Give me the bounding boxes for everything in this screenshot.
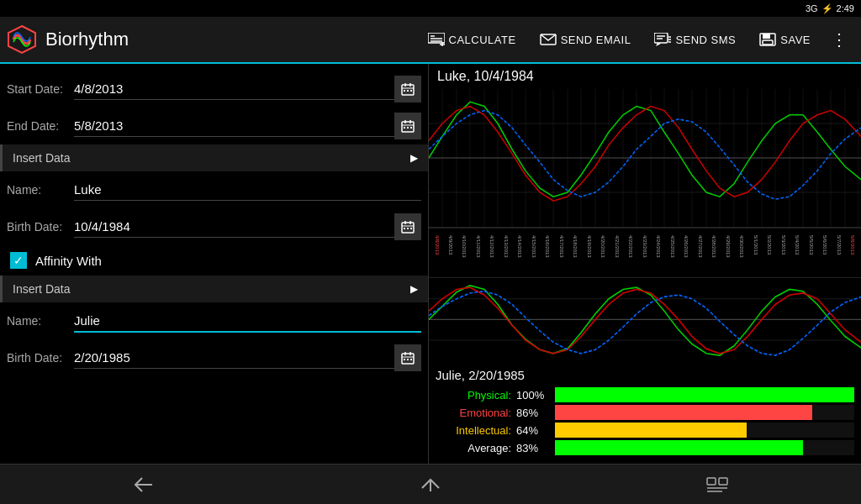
- chart-title-luke: Luke, 10/4/1984: [429, 64, 861, 89]
- start-date-input-container: [74, 78, 421, 100]
- calendar-icon-4: [401, 351, 415, 365]
- start-date-row: Start Date:: [0, 71, 428, 108]
- intellectual-label: Intellectual:: [436, 424, 511, 437]
- person2-name-input[interactable]: [74, 310, 421, 333]
- stats-title: Julie, 2/20/1985: [436, 368, 854, 382]
- svg-text:4/16/2013: 4/16/2013: [545, 235, 550, 258]
- clock: 2:49: [837, 3, 854, 13]
- sms-icon: [654, 33, 671, 46]
- person1-name-label: Name:: [7, 183, 74, 197]
- svg-rect-43: [410, 359, 412, 360]
- back-button[interactable]: [115, 470, 172, 500]
- toolbar-actions: CALCULATE SEND EMAIL SEND SMS: [418, 23, 855, 56]
- calculate-label: CALCULATE: [449, 34, 516, 46]
- end-date-input[interactable]: [74, 115, 421, 137]
- recent-button[interactable]: [689, 470, 746, 500]
- svg-text:4/11/2013: 4/11/2013: [476, 235, 481, 258]
- svg-text:4/25/2013: 4/25/2013: [670, 235, 675, 258]
- svg-text:4/23/2013: 4/23/2013: [642, 235, 647, 258]
- insert-data-section-2[interactable]: Insert Data ▶: [0, 276, 428, 302]
- svg-text:4/18/2013: 4/18/2013: [573, 235, 578, 258]
- svg-text:4/17/2013: 4/17/2013: [559, 235, 564, 258]
- date-axis: 4/8/2013 4/9/2013 4/10/2013 4/11/2013 4/…: [429, 228, 861, 278]
- calculate-button[interactable]: CALCULATE: [418, 26, 526, 53]
- end-date-label: End Date:: [7, 119, 74, 133]
- right-panel: Luke, 10/4/1984: [429, 64, 861, 464]
- intellectual-value: 64%: [516, 424, 550, 437]
- status-bar: 3G ⚡ 2:49: [806, 0, 861, 17]
- average-value: 83%: [516, 442, 550, 454]
- svg-text:5/8/2013: 5/8/2013: [850, 235, 855, 255]
- end-date-input-container: [74, 115, 421, 137]
- chart-area-luke: [429, 89, 861, 227]
- svg-text:5/5/2013: 5/5/2013: [809, 235, 814, 255]
- chart-section-julie-chart: [429, 278, 861, 363]
- save-button[interactable]: SAVE: [749, 26, 821, 53]
- calculate-icon: [428, 33, 445, 46]
- stats-section: Julie, 2/20/1985 Physical: 100% Emotiona…: [429, 363, 861, 464]
- recent-icon: [705, 476, 729, 493]
- person1-name-input[interactable]: [74, 179, 421, 201]
- person2-birthdate-calendar-button[interactable]: [394, 344, 421, 371]
- svg-rect-29: [410, 127, 412, 129]
- svg-rect-27: [404, 127, 405, 129]
- save-icon: [759, 33, 776, 46]
- emotional-bar-container: [555, 405, 854, 420]
- home-up-button[interactable]: [402, 470, 459, 500]
- svg-text:5/4/2013: 5/4/2013: [795, 235, 800, 255]
- svg-rect-36: [410, 228, 412, 229]
- person1-birthdate-input[interactable]: [74, 216, 421, 238]
- chart-section-luke: Luke, 10/4/1984: [429, 64, 861, 228]
- insert-data-section-1[interactable]: Insert Data ▶: [0, 144, 428, 171]
- svg-text:4/8/2013: 4/8/2013: [435, 235, 440, 255]
- affinity-checkbox[interactable]: ✓: [10, 252, 27, 269]
- calendar-icon-2: [401, 119, 415, 133]
- svg-rect-21: [407, 90, 409, 92]
- emotional-value: 86%: [516, 407, 550, 419]
- person2-birthdate-container: [74, 347, 421, 369]
- intellectual-bar-container: [555, 423, 854, 438]
- start-date-input[interactable]: [74, 78, 421, 100]
- person1-birthdate-calendar-button[interactable]: [394, 213, 421, 240]
- person2-name-container: [74, 310, 421, 333]
- average-label: Average:: [436, 442, 511, 454]
- physical-bar: [555, 387, 854, 402]
- emotional-bar: [555, 405, 812, 420]
- save-label: SAVE: [780, 34, 811, 46]
- back-icon: [132, 476, 156, 493]
- app-logo: [7, 24, 37, 55]
- person2-name-row: Name:: [0, 302, 428, 339]
- up-icon: [419, 476, 442, 493]
- battery-icon: ⚡: [821, 3, 833, 14]
- calendar-icon: [401, 82, 415, 96]
- svg-rect-34: [404, 228, 405, 229]
- svg-rect-20: [404, 90, 405, 92]
- insert-data-label-1: Insert Data: [13, 151, 70, 165]
- start-date-calendar-button[interactable]: [394, 76, 421, 102]
- svg-text:5/2/2013: 5/2/2013: [767, 235, 772, 255]
- svg-rect-14: [763, 34, 770, 39]
- intellectual-stat-row: Intellectual: 64%: [436, 423, 854, 438]
- chart-area-julie: [429, 278, 861, 363]
- svg-rect-41: [404, 359, 405, 360]
- physical-label: Physical:: [436, 389, 511, 402]
- affinity-row[interactable]: ✓ Affinity With: [0, 245, 428, 276]
- bottom-navigation: [0, 464, 861, 504]
- person2-birthdate-row: Birth Date:: [0, 339, 428, 376]
- person1-name-container: [74, 179, 421, 201]
- average-bar-container: [555, 440, 854, 455]
- left-panel: Start Date: End Date:: [0, 64, 429, 464]
- send-email-button[interactable]: SEND EMAIL: [530, 26, 642, 53]
- section-arrow-1: ▶: [410, 152, 418, 164]
- person2-birthdate-label: Birth Date:: [7, 351, 74, 365]
- chart-svg-luke: [429, 89, 861, 227]
- overflow-menu-button[interactable]: ⋮: [824, 23, 854, 56]
- send-sms-label: SEND SMS: [675, 34, 736, 46]
- person2-birthdate-input[interactable]: [74, 347, 421, 369]
- svg-text:5/7/2013: 5/7/2013: [837, 235, 842, 255]
- end-date-calendar-button[interactable]: [394, 113, 421, 139]
- svg-rect-28: [407, 127, 409, 129]
- send-sms-button[interactable]: SEND SMS: [644, 26, 746, 53]
- svg-rect-35: [407, 228, 409, 229]
- email-icon: [540, 33, 557, 46]
